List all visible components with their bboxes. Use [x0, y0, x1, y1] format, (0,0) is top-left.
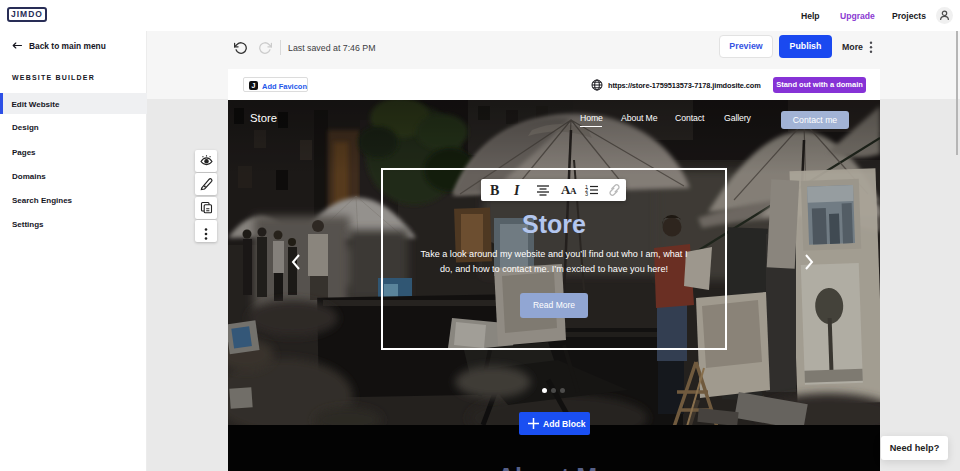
svg-text:B: B — [490, 183, 499, 198]
svg-text:A: A — [570, 186, 577, 196]
svg-text:3: 3 — [585, 191, 588, 197]
svg-text:I: I — [513, 183, 520, 198]
